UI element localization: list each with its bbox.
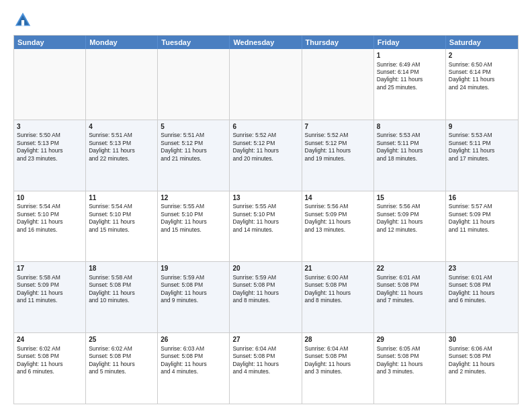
- cal-cell: 24Sunrise: 6:02 AM Sunset: 5:08 PM Dayli…: [14, 333, 86, 404]
- day-number: 9: [449, 122, 515, 132]
- calendar-row-2: 3Sunrise: 5:50 AM Sunset: 5:13 PM Daylig…: [14, 120, 518, 191]
- header-day-thursday: Thursday: [302, 36, 374, 49]
- logo: [13, 11, 35, 30]
- cal-cell: 16Sunrise: 5:57 AM Sunset: 5:09 PM Dayli…: [446, 191, 518, 262]
- cal-cell: 26Sunrise: 6:03 AM Sunset: 5:08 PM Dayli…: [158, 333, 230, 404]
- header-day-saturday: Saturday: [446, 36, 518, 49]
- day-number: 6: [232, 122, 298, 132]
- header-day-monday: Monday: [86, 36, 158, 49]
- cal-cell: [14, 49, 86, 120]
- calendar-body: 1Sunrise: 6:49 AM Sunset: 6:14 PM Daylig…: [14, 49, 518, 404]
- cal-cell: 20Sunrise: 5:59 AM Sunset: 5:08 PM Dayli…: [230, 262, 302, 332]
- cal-cell: 8Sunrise: 5:53 AM Sunset: 5:11 PM Daylig…: [374, 120, 446, 191]
- day-info: Sunrise: 6:00 AM Sunset: 5:08 PM Dayligh…: [305, 274, 351, 304]
- day-info: Sunrise: 6:02 AM Sunset: 5:08 PM Dayligh…: [17, 345, 63, 375]
- header-day-tuesday: Tuesday: [158, 36, 230, 49]
- day-info: Sunrise: 5:57 AM Sunset: 5:09 PM Dayligh…: [449, 203, 495, 232]
- cal-cell: 9Sunrise: 5:53 AM Sunset: 5:11 PM Daylig…: [446, 120, 518, 191]
- day-info: Sunrise: 5:52 AM Sunset: 5:12 PM Dayligh…: [305, 132, 351, 161]
- cal-cell: [230, 49, 302, 120]
- day-info: Sunrise: 5:55 AM Sunset: 5:10 PM Dayligh…: [161, 203, 207, 232]
- day-info: Sunrise: 5:55 AM Sunset: 5:10 PM Dayligh…: [232, 203, 279, 232]
- cal-cell: 12Sunrise: 5:55 AM Sunset: 5:10 PM Dayli…: [158, 191, 230, 262]
- day-number: 29: [377, 335, 443, 345]
- day-number: 30: [449, 335, 515, 345]
- cal-cell: 14Sunrise: 5:56 AM Sunset: 5:09 PM Dayli…: [302, 191, 374, 262]
- cal-cell: 1Sunrise: 6:49 AM Sunset: 6:14 PM Daylig…: [374, 49, 446, 120]
- day-info: Sunrise: 5:59 AM Sunset: 5:08 PM Dayligh…: [232, 274, 279, 304]
- day-info: Sunrise: 6:03 AM Sunset: 5:08 PM Dayligh…: [161, 345, 207, 375]
- day-info: Sunrise: 6:05 AM Sunset: 5:08 PM Dayligh…: [377, 345, 423, 375]
- cal-cell: 25Sunrise: 6:02 AM Sunset: 5:08 PM Dayli…: [86, 333, 158, 404]
- cal-cell: 21Sunrise: 6:00 AM Sunset: 5:08 PM Dayli…: [302, 262, 374, 332]
- header: [13, 11, 519, 30]
- calendar-header: SundayMondayTuesdayWednesdayThursdayFrid…: [14, 36, 518, 49]
- day-info: Sunrise: 5:51 AM Sunset: 5:12 PM Dayligh…: [161, 132, 207, 161]
- cal-cell: 4Sunrise: 5:51 AM Sunset: 5:13 PM Daylig…: [86, 120, 158, 191]
- day-info: Sunrise: 5:58 AM Sunset: 5:09 PM Dayligh…: [17, 274, 63, 304]
- day-number: 27: [232, 335, 298, 345]
- cal-cell: 22Sunrise: 6:01 AM Sunset: 5:08 PM Dayli…: [374, 262, 446, 332]
- day-number: 13: [232, 193, 298, 203]
- day-number: 5: [161, 122, 226, 132]
- day-number: 4: [89, 122, 154, 132]
- cal-cell: 19Sunrise: 5:59 AM Sunset: 5:08 PM Dayli…: [158, 262, 230, 332]
- day-number: 3: [17, 122, 83, 132]
- day-info: Sunrise: 5:52 AM Sunset: 5:12 PM Dayligh…: [232, 132, 279, 161]
- day-info: Sunrise: 6:04 AM Sunset: 5:08 PM Dayligh…: [305, 345, 351, 375]
- calendar-row-4: 17Sunrise: 5:58 AM Sunset: 5:09 PM Dayli…: [14, 261, 518, 332]
- day-number: 28: [305, 335, 371, 345]
- day-info: Sunrise: 5:54 AM Sunset: 5:10 PM Dayligh…: [89, 203, 135, 232]
- cal-cell: 10Sunrise: 5:54 AM Sunset: 5:10 PM Dayli…: [14, 191, 86, 262]
- day-info: Sunrise: 5:59 AM Sunset: 5:08 PM Dayligh…: [161, 274, 207, 304]
- cal-cell: 23Sunrise: 6:01 AM Sunset: 5:08 PM Dayli…: [446, 262, 518, 332]
- day-info: Sunrise: 5:54 AM Sunset: 5:10 PM Dayligh…: [17, 203, 63, 232]
- day-number: 21: [305, 264, 371, 273]
- logo-icon: [13, 11, 32, 30]
- day-number: 20: [232, 264, 298, 273]
- day-info: Sunrise: 5:58 AM Sunset: 5:08 PM Dayligh…: [89, 274, 135, 304]
- day-number: 26: [161, 335, 226, 345]
- day-info: Sunrise: 6:06 AM Sunset: 5:08 PM Dayligh…: [449, 345, 495, 375]
- day-number: 15: [377, 193, 443, 203]
- cal-cell: 15Sunrise: 5:56 AM Sunset: 5:09 PM Dayli…: [374, 191, 446, 262]
- day-number: 18: [89, 264, 154, 273]
- day-number: 24: [17, 335, 83, 345]
- day-number: 22: [377, 264, 443, 273]
- day-info: Sunrise: 6:49 AM Sunset: 6:14 PM Dayligh…: [377, 61, 423, 91]
- cal-cell: 13Sunrise: 5:55 AM Sunset: 5:10 PM Dayli…: [230, 191, 302, 262]
- day-number: 10: [17, 193, 83, 203]
- day-info: Sunrise: 6:04 AM Sunset: 5:08 PM Dayligh…: [232, 345, 279, 375]
- cal-cell: 11Sunrise: 5:54 AM Sunset: 5:10 PM Dayli…: [86, 191, 158, 262]
- cal-cell: 30Sunrise: 6:06 AM Sunset: 5:08 PM Dayli…: [446, 333, 518, 404]
- cal-cell: 7Sunrise: 5:52 AM Sunset: 5:12 PM Daylig…: [302, 120, 374, 191]
- day-number: 25: [89, 335, 154, 345]
- cal-cell: [158, 49, 230, 120]
- day-info: Sunrise: 6:01 AM Sunset: 5:08 PM Dayligh…: [449, 274, 495, 304]
- day-number: 23: [449, 264, 515, 273]
- day-number: 16: [449, 193, 515, 203]
- day-info: Sunrise: 5:50 AM Sunset: 5:13 PM Dayligh…: [17, 132, 63, 161]
- day-number: 2: [449, 51, 515, 60]
- day-number: 17: [17, 264, 83, 273]
- day-info: Sunrise: 5:53 AM Sunset: 5:11 PM Dayligh…: [449, 132, 495, 161]
- day-info: Sunrise: 6:02 AM Sunset: 5:08 PM Dayligh…: [89, 345, 135, 375]
- day-number: 8: [377, 122, 443, 132]
- day-number: 1: [377, 51, 443, 60]
- header-day-sunday: Sunday: [14, 36, 86, 49]
- header-day-friday: Friday: [374, 36, 446, 49]
- cal-cell: 18Sunrise: 5:58 AM Sunset: 5:08 PM Dayli…: [86, 262, 158, 332]
- cal-cell: 2Sunrise: 6:50 AM Sunset: 6:14 PM Daylig…: [446, 49, 518, 120]
- day-info: Sunrise: 5:56 AM Sunset: 5:09 PM Dayligh…: [305, 203, 351, 232]
- day-number: 14: [305, 193, 371, 203]
- day-info: Sunrise: 6:50 AM Sunset: 6:14 PM Dayligh…: [449, 61, 495, 91]
- day-info: Sunrise: 5:56 AM Sunset: 5:09 PM Dayligh…: [377, 203, 423, 232]
- day-number: 12: [161, 193, 226, 203]
- calendar-row-3: 10Sunrise: 5:54 AM Sunset: 5:10 PM Dayli…: [14, 191, 518, 262]
- cal-cell: [302, 49, 374, 120]
- calendar: SundayMondayTuesdayWednesdayThursdayFrid…: [13, 35, 519, 404]
- day-info: Sunrise: 5:51 AM Sunset: 5:13 PM Dayligh…: [89, 132, 135, 161]
- cal-cell: [86, 49, 158, 120]
- cal-cell: 17Sunrise: 5:58 AM Sunset: 5:09 PM Dayli…: [14, 262, 86, 332]
- day-info: Sunrise: 6:01 AM Sunset: 5:08 PM Dayligh…: [377, 274, 423, 304]
